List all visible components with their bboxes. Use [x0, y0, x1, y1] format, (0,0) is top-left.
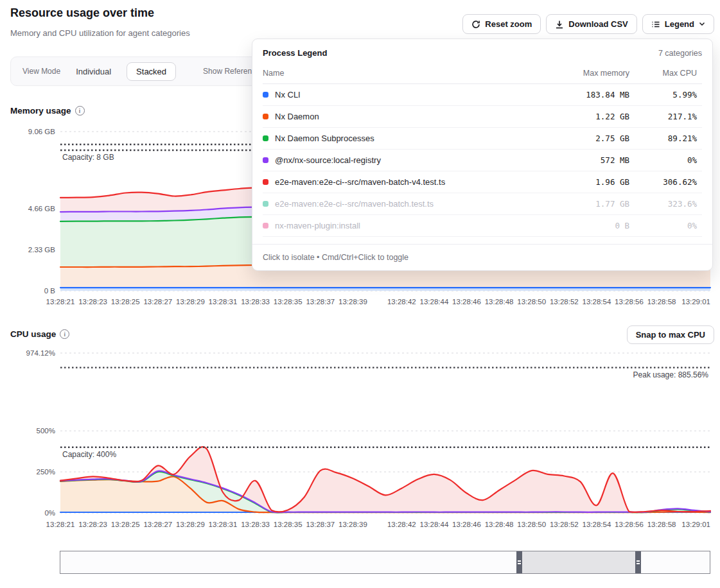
- svg-text:13:28:37: 13:28:37: [306, 521, 335, 528]
- memory-section-title: Memory usage: [10, 106, 71, 116]
- legend-row[interactable]: Nx CLI183.84 MB5.99%: [263, 84, 702, 106]
- series-color-dot: [263, 179, 268, 185]
- svg-text:974.12%: 974.12%: [26, 349, 55, 357]
- reset-icon: [471, 20, 480, 29]
- svg-text:13:28:31: 13:28:31: [209, 298, 238, 306]
- series-max-cpu: 217.1%: [629, 112, 702, 121]
- svg-text:13:28:42: 13:28:42: [387, 521, 416, 528]
- svg-text:13:28:21: 13:28:21: [46, 521, 75, 528]
- info-icon: [75, 106, 85, 116]
- legend-row[interactable]: @nx/nx-source:local-registry572 MB0%: [263, 150, 702, 171]
- process-legend-popup: Process Legend 7 categories Name Max mem…: [252, 39, 713, 271]
- svg-text:13:28:46: 13:28:46: [452, 521, 481, 528]
- series-color-dot: [263, 135, 268, 141]
- svg-text:13:28:29: 13:28:29: [176, 521, 205, 528]
- download-csv-button[interactable]: Download CSV: [546, 14, 637, 34]
- svg-text:13:28:33: 13:28:33: [241, 521, 270, 528]
- svg-text:13:28:58: 13:28:58: [647, 298, 676, 306]
- memory-section-header: Memory usage: [10, 106, 85, 116]
- column-max-memory: Max memory: [527, 69, 629, 78]
- cpu-section-header: CPU usage: [10, 329, 69, 339]
- series-name: e2e-maven:e2e-ci--src/maven-batch.test.t…: [275, 199, 527, 209]
- series-name: Nx Daemon: [275, 112, 527, 121]
- svg-text:Peak usage: 885.56%: Peak usage: 885.56%: [633, 370, 709, 379]
- legend-row[interactable]: e2e-maven:e2e-ci--src/maven-batch.test.t…: [263, 193, 702, 215]
- svg-text:13:28:23: 13:28:23: [78, 521, 107, 528]
- series-color-dot: [263, 92, 268, 98]
- legend-table: Name Max memory Max CPU Nx CLI183.84 MB5…: [252, 63, 712, 237]
- download-icon: [555, 20, 564, 29]
- svg-text:500%: 500%: [37, 427, 55, 435]
- series-max-memory: 1.77 GB: [527, 199, 629, 209]
- series-color-dot: [263, 201, 268, 207]
- svg-text:13:28:29: 13:28:29: [176, 298, 205, 306]
- svg-text:13:28:37: 13:28:37: [306, 298, 335, 306]
- legend-row[interactable]: nx-maven-plugin:install0 B0%: [263, 215, 702, 237]
- svg-text:13:28:27: 13:28:27: [143, 298, 172, 306]
- popup-title: Process Legend: [263, 48, 327, 58]
- svg-text:13:28:39: 13:28:39: [338, 298, 367, 306]
- popup-title-row: Process Legend 7 categories: [252, 39, 712, 63]
- series-color-dot: [263, 114, 268, 119]
- category-count: 7 categories: [658, 49, 702, 58]
- chevron-down-icon: [699, 22, 705, 26]
- svg-text:13:28:48: 13:28:48: [485, 521, 514, 528]
- svg-text:13:28:54: 13:28:54: [583, 521, 611, 528]
- svg-text:13:28:50: 13:28:50: [517, 298, 546, 306]
- svg-text:Capacity: 400%: Capacity: 400%: [62, 450, 116, 459]
- popup-footer-hint: Click to isolate • Cmd/Ctrl+Click to tog…: [252, 244, 712, 270]
- svg-text:0%: 0%: [44, 509, 55, 517]
- series-name: @nx/nx-source:local-registry: [275, 155, 527, 165]
- brush-selection[interactable]: [522, 551, 635, 573]
- series-color-dot: [263, 223, 268, 229]
- series-color-dot: [263, 157, 268, 163]
- snap-to-max-cpu-button[interactable]: Snap to max CPU: [627, 325, 714, 344]
- cpu-usage-chart[interactable]: 974.12%500%250%0%13:28:2113:28:2313:28:2…: [0, 345, 720, 534]
- series-name: e2e-maven:e2e-ci--src/maven-batch-v4.tes…: [275, 177, 527, 187]
- series-max-cpu: 323.6%: [629, 199, 702, 209]
- reset-zoom-label: Reset zoom: [485, 19, 532, 29]
- svg-text:13:28:25: 13:28:25: [111, 298, 140, 306]
- series-max-cpu: 5.99%: [629, 90, 702, 99]
- download-csv-label: Download CSV: [568, 19, 628, 29]
- svg-text:13:28:39: 13:28:39: [338, 521, 367, 528]
- svg-text:13:28:35: 13:28:35: [274, 298, 303, 306]
- svg-text:13:28:44: 13:28:44: [420, 298, 449, 306]
- reset-zoom-button[interactable]: Reset zoom: [462, 14, 541, 34]
- svg-text:13:28:44: 13:28:44: [420, 521, 449, 528]
- series-max-cpu: 0%: [629, 221, 702, 230]
- series-max-memory: 1.96 GB: [527, 177, 629, 187]
- legend-row[interactable]: Nx Daemon1.22 GB217.1%: [263, 106, 702, 128]
- legend-row[interactable]: Nx Daemon Subprocesses2.75 GB89.21%: [263, 128, 702, 150]
- svg-text:13:28:58: 13:28:58: [647, 521, 676, 528]
- brush-handle-left[interactable]: [516, 551, 522, 573]
- svg-text:13:29:01: 13:29:01: [681, 521, 710, 528]
- svg-text:13:28:54: 13:28:54: [583, 298, 611, 306]
- svg-text:9.06 GB: 9.06 GB: [28, 128, 56, 135]
- svg-text:13:28:52: 13:28:52: [550, 298, 579, 306]
- legend-row[interactable]: e2e-maven:e2e-ci--src/maven-batch-v4.tes…: [263, 171, 702, 193]
- svg-text:4.66 GB: 4.66 GB: [28, 205, 56, 212]
- svg-text:0 B: 0 B: [44, 287, 56, 295]
- header-actions: Reset zoom Download CSV Legend: [462, 14, 714, 34]
- series-name: Nx Daemon Subprocesses: [275, 134, 527, 143]
- series-max-memory: 1.22 GB: [527, 112, 629, 121]
- svg-text:13:28:27: 13:28:27: [143, 521, 172, 528]
- view-mode-stacked[interactable]: Stacked: [127, 62, 176, 81]
- svg-text:13:28:56: 13:28:56: [615, 298, 644, 306]
- svg-text:2.33 GB: 2.33 GB: [28, 246, 56, 254]
- series-max-cpu: 0%: [629, 155, 702, 165]
- svg-text:13:29:01: 13:29:01: [681, 298, 710, 306]
- svg-text:13:28:25: 13:28:25: [111, 521, 140, 528]
- series-max-cpu: 89.21%: [629, 134, 702, 143]
- view-mode-individual[interactable]: Individual: [71, 63, 116, 80]
- svg-text:13:28:46: 13:28:46: [452, 298, 481, 306]
- brush-handle-right[interactable]: [635, 551, 641, 573]
- series-name: nx-maven-plugin:install: [275, 221, 527, 230]
- legend-rows: Nx CLI183.84 MB5.99%Nx Daemon1.22 GB217.…: [263, 84, 702, 237]
- svg-text:13:28:48: 13:28:48: [485, 298, 514, 306]
- view-mode-label: View Mode: [22, 67, 60, 76]
- time-range-brush[interactable]: [60, 551, 710, 574]
- svg-text:13:28:33: 13:28:33: [241, 298, 270, 306]
- legend-button[interactable]: Legend: [642, 14, 714, 34]
